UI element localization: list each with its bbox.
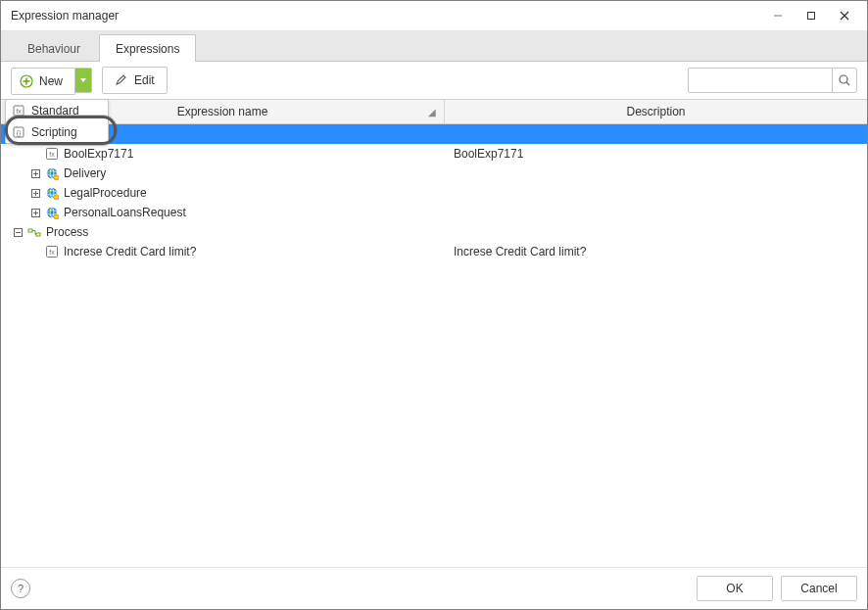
expression-icon: fx	[44, 146, 60, 162]
svg-rect-43	[28, 229, 32, 232]
row-name-label: Increse Credit Card limit?	[64, 245, 196, 258]
globe-folder-icon	[44, 205, 60, 220]
help-button[interactable]: ?	[11, 579, 30, 598]
menu-item-standard[interactable]: fx Standard	[6, 100, 108, 121]
tree-row[interactable]: PersonalLoansRequest	[1, 203, 867, 222]
search-icon[interactable]	[832, 69, 856, 92]
globe-folder-icon	[44, 165, 60, 181]
cell-name: Delivery	[1, 164, 444, 183]
edit-button[interactable]: Edit	[102, 67, 168, 94]
menu-item-scripting[interactable]: {} Scripting	[6, 121, 108, 143]
svg-rect-44	[36, 233, 40, 236]
svg-rect-33	[56, 197, 58, 198]
footer: ? OK Cancel	[1, 567, 867, 609]
tree-row[interactable]: Delivery	[1, 164, 867, 183]
tree-row[interactable]	[1, 124, 867, 144]
svg-text:fx: fx	[49, 249, 55, 256]
row-name-label: LegalProcedure	[64, 186, 147, 200]
new-dropdown-menu: fx Standard {} Scripting	[5, 99, 109, 144]
grid-header: Expression name ◢ Description	[1, 99, 867, 124]
tab-bar: Behaviour Expressions	[1, 31, 867, 62]
menu-item-standard-label: Standard	[31, 104, 79, 117]
cell-name: LegalProcedure	[1, 183, 444, 203]
expand-toggle[interactable]	[28, 186, 42, 200]
new-split-button: New	[11, 68, 92, 93]
grid-body[interactable]: fxBoolExp7171BoolExp7171DeliveryLegalPro…	[1, 124, 867, 567]
row-name-label: BoolExp7171	[64, 147, 133, 161]
expression-icon: fx	[12, 104, 25, 117]
globe-folder-icon	[44, 185, 60, 201]
tree-row[interactable]: LegalProcedure	[1, 183, 867, 203]
ok-button[interactable]: OK	[697, 576, 773, 601]
expand-toggle[interactable]	[11, 225, 24, 239]
cancel-button[interactable]: Cancel	[781, 576, 857, 601]
cell-name: PersonalLoansRequest	[1, 203, 444, 222]
expand-toggle[interactable]	[28, 166, 42, 180]
toolbar: New Edit fx Standard	[1, 62, 867, 99]
row-name-label: Delivery	[64, 166, 106, 180]
new-button[interactable]: New	[11, 68, 75, 95]
minimize-button[interactable]	[761, 5, 795, 26]
window-title: Expression manager	[11, 9, 761, 23]
cell-description: BoolExp7171	[444, 147, 867, 161]
maximize-button[interactable]	[795, 5, 828, 26]
svg-text:fx: fx	[16, 108, 22, 115]
expand-toggle[interactable]	[28, 206, 42, 219]
close-button[interactable]	[828, 5, 861, 26]
new-dropdown-toggle[interactable]	[75, 68, 92, 93]
row-name-label: PersonalLoansRequest	[64, 206, 186, 219]
title-bar: Expression manager	[1, 1, 867, 31]
svg-rect-1	[808, 13, 815, 20]
cell-name: Process	[1, 222, 444, 242]
process-icon	[26, 224, 42, 240]
menu-item-scripting-label: Scripting	[31, 125, 77, 139]
cell-name: fxIncrese Credit Card limit?	[1, 242, 444, 261]
search-input[interactable]	[689, 70, 832, 91]
cell-description: Increse Credit Card limit?	[444, 245, 867, 258]
tree-row[interactable]: fxIncrese Credit Card limit?Increse Cred…	[1, 242, 867, 261]
svg-text:fx: fx	[49, 151, 55, 158]
svg-line-9	[846, 82, 849, 85]
column-header-description[interactable]: Description	[445, 100, 867, 123]
svg-point-8	[840, 75, 847, 83]
svg-rect-26	[56, 177, 58, 178]
window: Expression manager Behaviour Expressions…	[0, 0, 868, 610]
scripting-icon: {}	[12, 125, 25, 139]
svg-text:{}: {}	[17, 129, 22, 137]
cell-name: fxBoolExp7171	[1, 144, 444, 164]
new-button-label: New	[39, 74, 63, 88]
svg-rect-40	[56, 216, 58, 217]
expression-icon: fx	[44, 244, 60, 259]
search-box	[688, 68, 857, 93]
tab-behaviour[interactable]: Behaviour	[11, 34, 97, 62]
sort-indicator-icon: ◢	[428, 107, 436, 117]
tree-row[interactable]: fxBoolExp7171BoolExp7171	[1, 144, 867, 164]
edit-button-label: Edit	[134, 73, 155, 87]
tree-row[interactable]: Process	[1, 222, 867, 242]
svg-marker-7	[80, 78, 86, 82]
row-name-label: Process	[46, 225, 88, 239]
tab-expressions[interactable]: Expressions	[99, 34, 196, 62]
